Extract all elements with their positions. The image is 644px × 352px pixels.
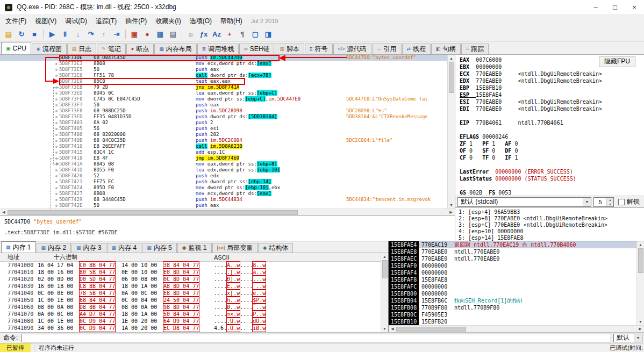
- arguments-pane[interactable]: 1: [esp+4] 96A59BB32: [esp+8] 770EABE0 <…: [455, 207, 644, 241]
- breakpoint-dot[interactable]: [55, 57, 58, 59]
- disasm-row[interactable]: 5D8F73F868 988DC25Dpush im.5DC28D985DC28…: [0, 108, 455, 114]
- stack-hscrollbar[interactable]: ◀ ▶: [389, 325, 644, 332]
- tab-notes[interactable]: ✎笔记: [97, 44, 126, 54]
- scroll-track[interactable]: [637, 248, 644, 318]
- scroll-track[interactable]: [448, 62, 455, 202]
- close-button[interactable]: ×: [625, 0, 644, 15]
- command-profile-select[interactable]: 默认 ▼: [613, 334, 642, 342]
- disasm-row[interactable]: 5D8F7410E8 26EEFAFFcall im.5D8A623B: [0, 143, 455, 149]
- checkbox-box[interactable]: [618, 199, 625, 205]
- dump-row[interactable]: 7704101018 00 16 0080 5B 04 770E 00 10 0…: [0, 269, 381, 276]
- disasm-row[interactable]: 5D8F74278B08mov ecx,dword ptr ds:[eax]: [0, 191, 455, 197]
- tab-symbols[interactable]: Σ符号: [305, 44, 333, 54]
- breakpoint-dot[interactable]: [55, 175, 58, 177]
- dump-row[interactable]: 770410400C 00 0E 0078 5B 04 770A 00 0C 0…: [0, 290, 381, 297]
- dump-row[interactable]: 7704102002 00 0D 00D0 5D 04 7706 00 08 0…: [0, 276, 381, 283]
- tab-dump-5[interactable]: ▦内存 5: [142, 243, 177, 253]
- register-line[interactable]: EIP 770B4061 ntdll.770B4061: [460, 120, 644, 127]
- scroll-thumb[interactable]: [638, 248, 643, 273]
- disasm-row[interactable]: 5D8F73E550push eax: [0, 67, 455, 73]
- disasm-row[interactable]: 5D8F742E50push eax: [0, 203, 455, 209]
- tab-dump-2[interactable]: ▦内存 2: [37, 243, 71, 253]
- tab-locals[interactable]: [x=]局部变量: [212, 243, 258, 253]
- argument-count-spinner[interactable]: 5 ▲▼: [593, 197, 614, 207]
- disasm-row[interactable]: 5D8F742052push edx: [0, 173, 455, 179]
- breakpoint-dot[interactable]: [55, 110, 58, 112]
- disasm-row[interactable]: 5D8F74036A 02push 2: [0, 120, 455, 126]
- breakpoint-dot[interactable]: [55, 87, 58, 89]
- breakpoint-dot[interactable]: [55, 205, 58, 207]
- stack-row[interactable]: 15E8FAEC770EABE0ntdll.770EABE0: [389, 255, 636, 262]
- disasm-row[interactable]: 5D8F742968 3448C45Dpush im.5DC448345DC44…: [0, 197, 455, 203]
- register-line[interactable]: LastStatus 00000000 (STATUS_SUCCESS): [460, 176, 644, 183]
- dump-row[interactable]: 770410501C 00 1E 0068 84 04 770C 00 04 0…: [0, 297, 381, 304]
- tab-threads[interactable]: ⇄线程: [402, 44, 431, 54]
- disasm-row[interactable]: 5D8F73FDFF35 0481D35Dpush dword ptr ds:[…: [0, 114, 455, 120]
- dump-vscrollbar[interactable]: ▲ ▼: [381, 253, 388, 332]
- scroll-thumb[interactable]: [396, 327, 466, 332]
- disasm-vscrollbar[interactable]: ▲ ▼: [447, 55, 455, 209]
- dump-row[interactable]: 7704106008 00 0A 00D8 8B 04 7708 00 0A 0…: [0, 304, 381, 311]
- disasm-row[interactable]: 5D8F740556push esi: [0, 126, 455, 132]
- breakpoint-dot[interactable]: [55, 152, 58, 154]
- menu-item-3[interactable]: 追踪(T): [91, 16, 121, 27]
- stack-row[interactable]: 15E8FB1015E8FB20: [389, 318, 636, 325]
- stack-row[interactable]: 15E8FAF815E8FAE8: [389, 276, 636, 283]
- dump-row[interactable]: 7704103016 00 18 00C8 8B 04 7718 00 1A 0…: [0, 283, 381, 290]
- breakpoint-dot[interactable]: [55, 193, 58, 195]
- breakpoint-dot[interactable]: [55, 75, 58, 77]
- menu-item-4[interactable]: 插件(P): [121, 16, 151, 27]
- strings-button[interactable]: Az: [211, 28, 223, 40]
- tab-source[interactable]: </>源代码: [333, 44, 371, 54]
- breakpoint-dot[interactable]: [55, 140, 58, 142]
- tab-dump-3[interactable]: ▦内存 3: [71, 243, 106, 253]
- attach-window-button[interactable]: ◨: [262, 28, 274, 40]
- scroll-down-icon[interactable]: ▼: [383, 325, 387, 332]
- scroll-right-icon[interactable]: ▶: [636, 326, 644, 333]
- menu-item-6[interactable]: 选项(O): [185, 16, 216, 27]
- menu-item-7[interactable]: 帮助(H): [216, 16, 247, 27]
- pause-button[interactable]: Ⅱ: [59, 28, 71, 40]
- menu-item-5[interactable]: 收藏夹(I): [151, 16, 185, 27]
- stack-row[interactable]: 15E8FB0CF45905E3: [389, 311, 636, 318]
- breakpoint-dot[interactable]: [55, 122, 58, 124]
- dump-row[interactable]: 7704100016 04 17 04C0 8B 04 7714 00 10 0…: [0, 262, 381, 269]
- snapshot-button[interactable]: ▢: [249, 28, 261, 40]
- tab-seh[interactable]: ∞SEH链: [239, 44, 274, 54]
- breakpoint-dot[interactable]: [55, 104, 58, 106]
- register-line[interactable]: EFLAGS 00000246: [460, 134, 644, 141]
- run-button[interactable]: ▶: [46, 28, 58, 40]
- disasm-row[interactable]: 5D8F7418EB 4Fjmp im.5D8F7469: [0, 155, 455, 161]
- breakpoints-button[interactable]: ●: [141, 28, 153, 40]
- maximize-button[interactable]: □: [605, 0, 625, 15]
- register-line[interactable]: CF 0 TF 0 IF 1: [460, 155, 644, 162]
- minimize-button[interactable]: –: [586, 0, 605, 15]
- hide-fpu-button[interactable]: 隐藏FPU: [599, 56, 635, 67]
- calling-convention-select[interactable]: 默认 (stdcall) ▼: [457, 197, 591, 207]
- disasm-row[interactable]: 5D8F73F0C745 0C E047C45Dmov dword ptr ss…: [0, 96, 455, 102]
- tab-dump-1[interactable]: ▦内存 1: [1, 241, 36, 253]
- menu-item-1[interactable]: 视图(V): [31, 16, 61, 27]
- scroll-down-icon[interactable]: ▼: [639, 318, 642, 325]
- disasm-row[interactable]: 5D8F73E38B08mov ecx,dword ptr ds:[eax]: [0, 61, 455, 67]
- command-input[interactable]: [22, 334, 611, 342]
- scroll-track[interactable]: [396, 326, 636, 332]
- tab-handles[interactable]: ◧句柄: [431, 44, 461, 54]
- stack-row[interactable]: 15E8FB08770B9F80ntdll.770B9F80: [389, 304, 636, 311]
- register-line[interactable]: [460, 162, 644, 169]
- memory-map-button[interactable]: ▦: [154, 28, 166, 40]
- register-line[interactable]: ECX 770EABE0 <ntdll.DbgUiRemoteBreakin>: [460, 71, 644, 78]
- tab-log[interactable]: ▤日志: [67, 44, 97, 54]
- breakpoint-dot[interactable]: [55, 199, 58, 201]
- menu-item-0[interactable]: 文件(F): [1, 16, 31, 27]
- breakpoint-dot[interactable]: [55, 157, 58, 160]
- stack-row[interactable]: 15E8FAFC00000000: [389, 283, 636, 290]
- register-line[interactable]: OF 0 SF 0 DF 0: [460, 148, 644, 155]
- breakpoint-dot[interactable]: [55, 146, 58, 148]
- tab-watch-1[interactable]: ◉监视 1: [177, 243, 212, 253]
- step-over-button[interactable]: ↷: [85, 28, 97, 40]
- tab-breakpoints[interactable]: ●断点: [126, 44, 154, 54]
- disasm-row[interactable]: 5D8F7424895D F0mov dword ptr ss:[ebp-10]…: [0, 185, 455, 191]
- trace-record-button[interactable]: ▣: [128, 28, 140, 40]
- step-into-button[interactable]: ↓: [72, 28, 84, 40]
